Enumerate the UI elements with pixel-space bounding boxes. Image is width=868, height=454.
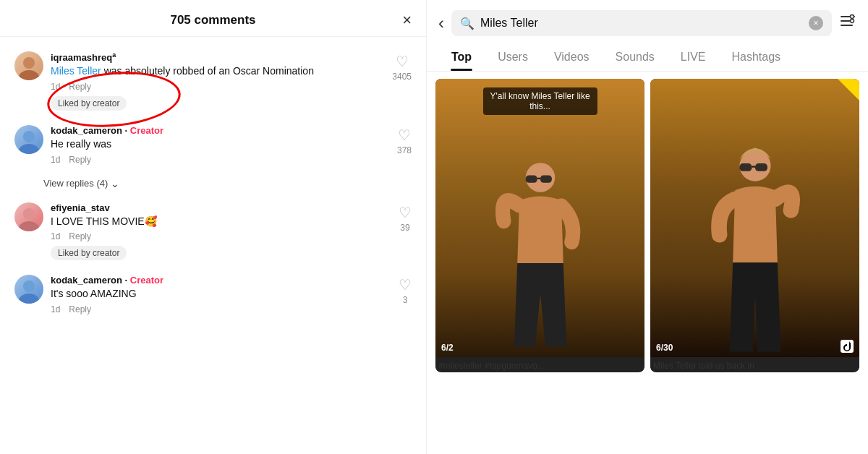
video-date: 6/30 xyxy=(656,343,673,353)
view-replies-button[interactable]: View replies (4) ⌄ xyxy=(43,175,426,195)
tab-users[interactable]: Users xyxy=(485,43,541,71)
svg-rect-15 xyxy=(540,176,552,183)
svg-rect-14 xyxy=(525,176,537,183)
like-count: 39 xyxy=(400,223,409,233)
avatar xyxy=(14,202,43,231)
search-clear-button[interactable]: × xyxy=(809,16,823,30)
liked-by-creator-badge: Liked by creator xyxy=(51,96,127,111)
like-count: 3405 xyxy=(392,72,412,82)
heart-icon[interactable]: ♡ xyxy=(398,127,411,144)
comment-time: 1d xyxy=(51,82,60,92)
like-count: 3 xyxy=(403,295,408,305)
reply-button[interactable]: Reply xyxy=(69,82,91,92)
svg-rect-18 xyxy=(739,163,752,171)
svg-point-4 xyxy=(23,208,35,220)
comment-item: kodak_cameron · Creator He really was 1d… xyxy=(0,118,426,175)
comment-text: It's sooo AMAZING xyxy=(51,287,391,301)
like-count: 378 xyxy=(397,145,412,155)
svg-point-5 xyxy=(19,221,39,231)
back-button[interactable]: ‹ xyxy=(438,13,444,33)
comments-count: 705 comments xyxy=(170,13,255,27)
featured-badge xyxy=(838,79,859,100)
mention-link[interactable]: Miles Teller xyxy=(51,65,101,77)
search-tabs: Top Users Videos Sounds LIVE Hashtags xyxy=(427,43,868,72)
video-card[interactable]: 6/30 Miles Teller told us back in xyxy=(650,79,859,372)
comments-header: 705 comments × xyxy=(0,0,426,37)
comment-text: I LOVE THIS MOVIE🥰 xyxy=(51,215,391,229)
search-panel: ‹ 🔍 Miles Teller × Top Users Videos Soun… xyxy=(427,0,868,454)
search-bar: 🔍 Miles Teller × xyxy=(451,10,832,36)
video-thumbnail: Y'all know Miles Teller likethis... xyxy=(435,79,644,357)
comment-username: efiyenia_stav xyxy=(51,202,391,213)
svg-point-11 xyxy=(851,15,854,19)
tab-sounds[interactable]: Sounds xyxy=(603,43,668,71)
avatar xyxy=(14,51,43,80)
comment-username: kodak_cameron · Creator xyxy=(51,125,390,136)
comment-meta: 1d Reply xyxy=(51,82,385,92)
reply-button[interactable]: Reply xyxy=(69,231,91,241)
comment-content: kodak_cameron · Creator It's sooo AMAZIN… xyxy=(51,275,391,317)
creator-badge: Creator xyxy=(130,125,163,136)
comment-meta: 1d Reply xyxy=(51,231,391,241)
video-card-label: #milesteller #topgunmavo... xyxy=(435,357,644,372)
svg-point-1 xyxy=(19,70,39,80)
liked-by-creator-badge: Liked by creator xyxy=(51,246,127,260)
comment-content: efiyenia_stav I LOVE THIS MOVIE🥰 1d Repl… xyxy=(51,202,391,261)
heart-icon[interactable]: ♡ xyxy=(396,53,409,70)
video-date: 6/2 xyxy=(441,343,454,353)
avatar xyxy=(14,275,43,304)
svg-point-12 xyxy=(851,20,854,23)
search-header: ‹ 🔍 Miles Teller × xyxy=(427,0,868,36)
creator-badge: Creator xyxy=(130,275,163,286)
comment-item: efiyenia_stav I LOVE THIS MOVIE🥰 1d Repl… xyxy=(0,195,426,268)
svg-point-0 xyxy=(23,57,35,69)
reply-button[interactable]: Reply xyxy=(69,155,91,165)
comment-item: iqraamashreqa Miles Teller was absolutel… xyxy=(0,44,426,118)
reply-button[interactable]: Reply xyxy=(69,304,91,314)
tab-videos[interactable]: Videos xyxy=(541,43,603,71)
svg-point-7 xyxy=(19,294,39,304)
video-thumbnail: 6/30 xyxy=(650,79,859,357)
comment-time: 1d xyxy=(51,231,60,241)
comment-like: ♡ 39 xyxy=(399,202,412,233)
filter-icon[interactable] xyxy=(839,12,856,34)
comment-like: ♡ 378 xyxy=(397,125,412,155)
comment-username: iqraamashreqa xyxy=(51,51,385,63)
comment-content: kodak_cameron · Creator He really was 1d… xyxy=(51,125,390,168)
comments-list: iqraamashreqa Miles Teller was absolutel… xyxy=(0,37,426,454)
video-card[interactable]: Y'all know Miles Teller likethis... xyxy=(435,79,644,372)
avatar xyxy=(14,125,43,154)
tiktok-logo xyxy=(841,340,854,353)
heart-icon[interactable]: ♡ xyxy=(399,276,412,294)
comment-like: ♡ 3405 xyxy=(392,51,412,82)
svg-rect-19 xyxy=(755,163,767,171)
comment-username: kodak_cameron · Creator xyxy=(51,275,391,286)
close-button[interactable]: × xyxy=(402,11,412,30)
video-card-label: Miles Teller told us back in xyxy=(650,357,859,372)
comments-panel: 705 comments × iqraamashreqa Miles Telle… xyxy=(0,0,427,454)
svg-point-2 xyxy=(23,131,35,142)
tab-hashtags[interactable]: Hashtags xyxy=(719,43,794,71)
heart-icon[interactable]: ♡ xyxy=(399,204,412,221)
comment-text: Miles Teller was absolutely robbed of an… xyxy=(51,64,385,79)
search-icon: 🔍 xyxy=(460,17,475,30)
search-query-text[interactable]: Miles Teller xyxy=(480,17,803,30)
search-results: Y'all know Miles Teller likethis... xyxy=(427,72,868,454)
comment-meta: 1d Reply xyxy=(51,155,390,165)
comment-text: He really was xyxy=(51,137,390,152)
tab-top[interactable]: Top xyxy=(438,43,485,71)
comment-time: 1d xyxy=(51,155,60,165)
tab-live[interactable]: LIVE xyxy=(668,43,719,71)
comment-content: iqraamashreqa Miles Teller was absolutel… xyxy=(51,51,385,111)
video-overlay-text: Y'all know Miles Teller likethis... xyxy=(482,87,597,115)
comment-time: 1d xyxy=(51,304,60,314)
svg-point-6 xyxy=(23,280,35,292)
svg-point-3 xyxy=(19,144,39,154)
comment-meta: 1d Reply xyxy=(51,304,391,314)
comment-like: ♡ 3 xyxy=(399,275,412,305)
comment-item: kodak_cameron · Creator It's sooo AMAZIN… xyxy=(0,267,426,325)
